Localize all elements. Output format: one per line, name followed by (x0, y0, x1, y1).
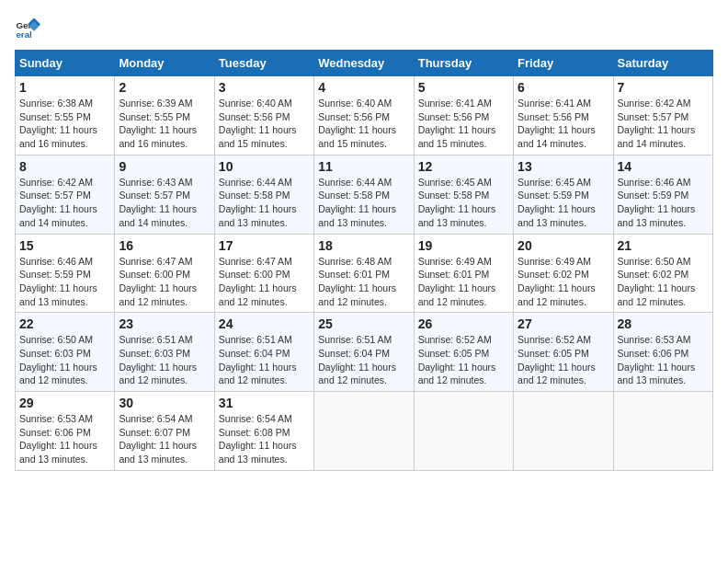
sunrise-text: Sunrise: 6:50 AM (618, 256, 691, 267)
page-header: Gen eral (15, 15, 713, 40)
calendar-day-cell (314, 392, 414, 471)
sunset-text: Sunset: 5:57 PM (19, 190, 91, 201)
sunset-text: Sunset: 6:03 PM (19, 348, 91, 359)
weekday-header: Tuesday (214, 51, 313, 76)
day-info: Sunrise: 6:42 AM Sunset: 5:57 PM Dayligh… (19, 176, 110, 230)
daylight-text: Daylight: 11 hours and 12 minutes. (618, 282, 696, 307)
calendar-week-row: 15 Sunrise: 6:46 AM Sunset: 5:59 PM Dayl… (16, 234, 713, 313)
sunset-text: Sunset: 6:01 PM (418, 269, 490, 280)
sunrise-text: Sunrise: 6:48 AM (318, 256, 392, 267)
calendar-day-cell: 28 Sunrise: 6:53 AM Sunset: 6:06 PM Dayl… (613, 313, 712, 392)
daylight-text: Daylight: 11 hours and 13 minutes. (518, 203, 596, 228)
sunrise-text: Sunrise: 6:51 AM (219, 334, 292, 345)
day-number: 23 (119, 316, 210, 331)
day-number: 19 (418, 238, 509, 253)
day-info: Sunrise: 6:38 AM Sunset: 5:55 PM Dayligh… (19, 97, 110, 151)
calendar-week-row: 29 Sunrise: 6:53 AM Sunset: 6:06 PM Dayl… (16, 392, 713, 471)
daylight-text: Daylight: 11 hours and 13 minutes. (418, 203, 496, 228)
calendar-day-cell: 25 Sunrise: 6:51 AM Sunset: 6:04 PM Dayl… (314, 313, 414, 392)
calendar-day-cell (613, 392, 712, 471)
daylight-text: Daylight: 11 hours and 12 minutes. (219, 282, 297, 307)
sunrise-text: Sunrise: 6:41 AM (418, 98, 492, 109)
calendar-day-cell: 16 Sunrise: 6:47 AM Sunset: 6:00 PM Dayl… (115, 234, 214, 313)
sunset-text: Sunset: 5:55 PM (119, 111, 190, 122)
daylight-text: Daylight: 11 hours and 13 minutes. (119, 440, 197, 465)
day-number: 21 (618, 238, 709, 253)
sunrise-text: Sunrise: 6:52 AM (418, 334, 492, 345)
day-number: 17 (219, 238, 310, 253)
calendar-day-cell: 27 Sunrise: 6:52 AM Sunset: 6:05 PM Dayl… (514, 313, 613, 392)
calendar-day-cell: 29 Sunrise: 6:53 AM Sunset: 6:06 PM Dayl… (16, 392, 115, 471)
day-number: 3 (219, 80, 310, 95)
sunrise-text: Sunrise: 6:42 AM (19, 177, 93, 188)
sunrise-text: Sunrise: 6:47 AM (119, 256, 192, 267)
sunset-text: Sunset: 5:57 PM (618, 111, 689, 122)
day-info: Sunrise: 6:45 AM Sunset: 5:59 PM Dayligh… (518, 176, 609, 230)
daylight-text: Daylight: 11 hours and 13 minutes. (19, 440, 97, 465)
day-number: 7 (618, 80, 709, 95)
sunset-text: Sunset: 6:04 PM (219, 348, 290, 359)
svg-text:eral: eral (16, 29, 32, 40)
day-info: Sunrise: 6:40 AM Sunset: 5:56 PM Dayligh… (318, 97, 409, 151)
calendar-day-cell: 15 Sunrise: 6:46 AM Sunset: 5:59 PM Dayl… (16, 234, 115, 313)
day-info: Sunrise: 6:51 AM Sunset: 6:03 PM Dayligh… (119, 333, 210, 387)
daylight-text: Daylight: 11 hours and 14 minutes. (119, 203, 197, 228)
calendar-header-row: SundayMondayTuesdayWednesdayThursdayFrid… (16, 51, 713, 76)
calendar-week-row: 8 Sunrise: 6:42 AM Sunset: 5:57 PM Dayli… (16, 155, 713, 234)
day-number: 14 (618, 159, 709, 174)
day-info: Sunrise: 6:45 AM Sunset: 5:58 PM Dayligh… (418, 176, 509, 230)
sunrise-text: Sunrise: 6:42 AM (618, 98, 691, 109)
sunset-text: Sunset: 6:00 PM (219, 269, 290, 280)
daylight-text: Daylight: 11 hours and 13 minutes. (19, 282, 97, 307)
day-number: 16 (119, 238, 210, 253)
sunrise-text: Sunrise: 6:45 AM (418, 177, 492, 188)
sunrise-text: Sunrise: 6:51 AM (119, 334, 192, 345)
calendar-day-cell: 26 Sunrise: 6:52 AM Sunset: 6:05 PM Dayl… (414, 313, 513, 392)
day-info: Sunrise: 6:44 AM Sunset: 5:58 PM Dayligh… (219, 176, 310, 230)
sunset-text: Sunset: 5:59 PM (19, 269, 91, 280)
sunset-text: Sunset: 5:58 PM (418, 190, 490, 201)
daylight-text: Daylight: 11 hours and 12 minutes. (19, 362, 97, 386)
sunrise-text: Sunrise: 6:44 AM (219, 177, 292, 188)
day-number: 11 (318, 159, 409, 174)
daylight-text: Daylight: 11 hours and 16 minutes. (19, 124, 97, 149)
day-number: 9 (119, 159, 210, 174)
sunset-text: Sunset: 6:07 PM (119, 427, 190, 438)
day-info: Sunrise: 6:46 AM Sunset: 5:59 PM Dayligh… (618, 176, 709, 230)
day-number: 4 (318, 80, 409, 95)
daylight-text: Daylight: 11 hours and 14 minutes. (618, 124, 696, 149)
day-info: Sunrise: 6:41 AM Sunset: 5:56 PM Dayligh… (518, 97, 609, 151)
daylight-text: Daylight: 11 hours and 13 minutes. (618, 362, 696, 386)
calendar-day-cell: 19 Sunrise: 6:49 AM Sunset: 6:01 PM Dayl… (414, 234, 513, 313)
calendar-day-cell: 17 Sunrise: 6:47 AM Sunset: 6:00 PM Dayl… (214, 234, 313, 313)
sunset-text: Sunset: 6:06 PM (618, 348, 689, 359)
day-number: 30 (119, 396, 210, 410)
daylight-text: Daylight: 11 hours and 14 minutes. (19, 203, 97, 228)
day-info: Sunrise: 6:52 AM Sunset: 6:05 PM Dayligh… (418, 333, 509, 387)
day-number: 2 (119, 80, 210, 95)
sunrise-text: Sunrise: 6:49 AM (518, 256, 591, 267)
sunrise-text: Sunrise: 6:38 AM (19, 98, 93, 109)
weekday-header: Friday (514, 51, 613, 76)
day-info: Sunrise: 6:52 AM Sunset: 6:05 PM Dayligh… (518, 333, 609, 387)
calendar-day-cell: 10 Sunrise: 6:44 AM Sunset: 5:58 PM Dayl… (214, 155, 313, 234)
sunrise-text: Sunrise: 6:51 AM (318, 334, 392, 345)
calendar-day-cell: 5 Sunrise: 6:41 AM Sunset: 5:56 PM Dayli… (414, 76, 513, 155)
day-info: Sunrise: 6:44 AM Sunset: 5:58 PM Dayligh… (318, 176, 409, 230)
daylight-text: Daylight: 11 hours and 15 minutes. (418, 124, 496, 149)
day-info: Sunrise: 6:53 AM Sunset: 6:06 PM Dayligh… (19, 412, 110, 466)
sunrise-text: Sunrise: 6:53 AM (19, 413, 93, 424)
daylight-text: Daylight: 11 hours and 13 minutes. (219, 440, 297, 465)
calendar-day-cell (414, 392, 513, 471)
day-number: 18 (318, 238, 409, 253)
calendar-day-cell: 1 Sunrise: 6:38 AM Sunset: 5:55 PM Dayli… (16, 76, 115, 155)
calendar-day-cell (514, 392, 613, 471)
sunset-text: Sunset: 5:59 PM (518, 190, 589, 201)
daylight-text: Daylight: 11 hours and 12 minutes. (518, 282, 596, 307)
day-number: 1 (19, 80, 110, 95)
day-info: Sunrise: 6:51 AM Sunset: 6:04 PM Dayligh… (219, 333, 310, 387)
logo-icon: Gen eral (15, 15, 40, 40)
daylight-text: Daylight: 11 hours and 15 minutes. (318, 124, 396, 149)
weekday-header: Sunday (16, 51, 115, 76)
day-info: Sunrise: 6:46 AM Sunset: 5:59 PM Dayligh… (19, 255, 110, 309)
